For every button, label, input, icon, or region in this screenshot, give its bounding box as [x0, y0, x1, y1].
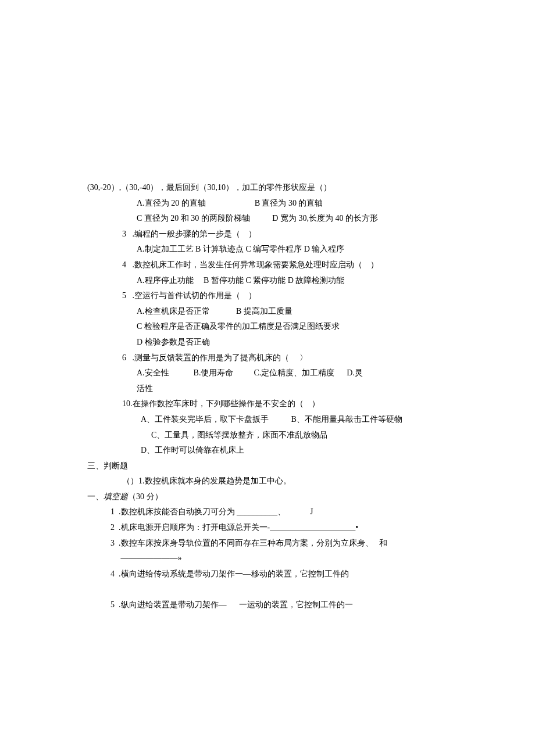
- text-line: 4 .数控机床工作时，当发生任何异常现象需要紧急处理时应启动（ ）: [87, 257, 448, 273]
- text-line: 1 .数控机床按能否自动换刀可分为 __________、 J: [87, 504, 448, 520]
- text-line: A.检查机床是否正常 B 提高加工质量: [87, 304, 448, 320]
- text-line: 一、填空题（30 分）: [87, 489, 448, 505]
- text-line: [87, 582, 448, 597]
- text-line: Λ.直径为 20 的直轴 B 直径为 30 的直轴: [87, 196, 448, 212]
- text-line: A.安全性 B.使用寿命 C.定位精度、加工精度 D.灵: [87, 366, 448, 381]
- text-line: 活性: [87, 381, 448, 397]
- text-line: 2 .机床电源开启顺序为：打开电源总开关一-__________________…: [87, 520, 448, 536]
- text-line: 3 .数控车床按床身导轨位置的不同而存在三种布局方案，分别为立床身、 和: [87, 536, 448, 551]
- text-line: C 检验程序是否正确及零件的加工精度是否满足图纸要求: [87, 319, 448, 335]
- text-line: 6 .测量与反馈装置的作用是为了提高机床的（ 〉: [87, 350, 448, 366]
- text-line: C、工量具，图纸等摆放整齐，床面不准乱放物品: [87, 428, 448, 443]
- text-line: 10.在操作数控车床时，下列哪些操作是不安全的（ ）: [87, 396, 448, 412]
- text-line: D 检验参数是否正确: [87, 335, 448, 350]
- text-line: A.程序停止功能 B 暂停功能 C 紧停功能 D 故障检测功能: [87, 273, 448, 289]
- document-page: (30,-20）,（30,-40），最后回到（30,10），加工的零件形状应是（…: [0, 0, 535, 756]
- text-line: A.制定加工工艺 B 计算轨迹点 C 编写零件程序 D 输入程序: [87, 242, 448, 257]
- document-content: (30,-20）,（30,-40），最后回到（30,10），加工的零件形状应是（…: [87, 180, 448, 613]
- text-line: 三、判断题: [87, 458, 448, 474]
- text-line: A、工件装夹完毕后，取下卡盘扳手 B、不能用量具敲击工件等硬物: [87, 412, 448, 428]
- text-line: 5 .空运行与首件试切的作用是（ ）: [87, 288, 448, 304]
- text-line: 4 .横向进给传动系统是带动刀架作一—移动的装置，它控制工件的: [87, 567, 448, 582]
- text-line: C 直径为 20 和 30 的两段阶梯轴 D 宽为 30,长度为 40 的长方形: [87, 211, 448, 227]
- text-line: (30,-20）,（30,-40），最后回到（30,10），加工的零件形状应是（…: [87, 180, 448, 196]
- text-line: 5 .纵向进给装置是带动刀架作— 一运动的装置，它控制工件的一: [87, 597, 448, 613]
- text-line: （）1.数控机床就本身的发展趋势是加工中心。: [87, 474, 448, 489]
- text-line: 3 .编程的一般步骤的第一步是（ ）: [87, 227, 448, 242]
- text-line: ———————»: [87, 551, 448, 567]
- text-line: D、工作时可以倚靠在机床上: [87, 443, 448, 458]
